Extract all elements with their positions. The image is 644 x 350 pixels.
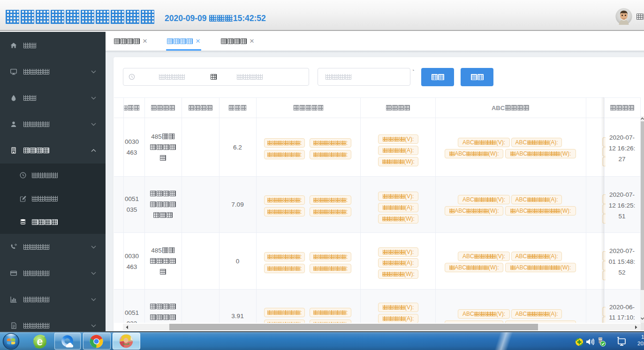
svg-text:e: e [37,335,43,348]
